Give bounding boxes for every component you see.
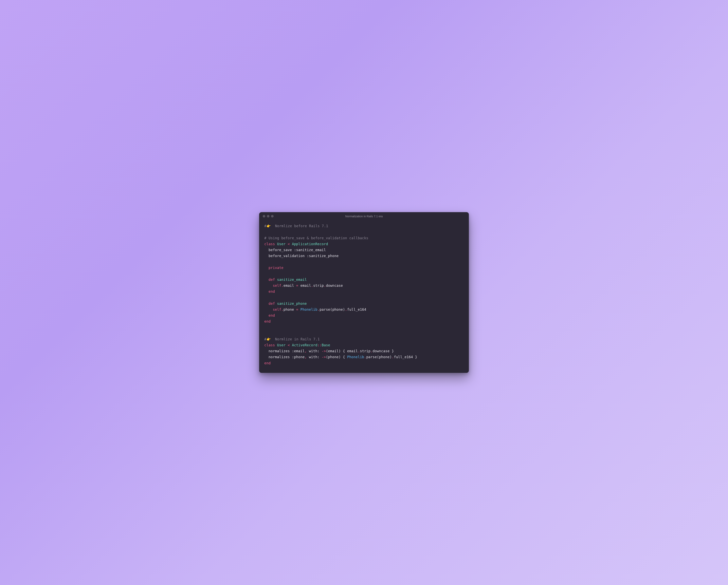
maximize-icon[interactable] <box>271 215 274 218</box>
code-token: . <box>364 355 366 359</box>
code-token <box>264 313 268 317</box>
code-token: class <box>264 242 275 246</box>
code-token: email <box>284 284 296 287</box>
code-token: -> <box>322 355 326 359</box>
code-token: . <box>324 284 326 287</box>
code-token: before_save :sanitize_email <box>264 248 326 252</box>
code-token: , <box>305 355 307 359</box>
code-token <box>285 343 288 347</box>
code-token: self <box>273 308 281 311</box>
code-token: , <box>305 349 307 353</box>
code-token: sanitize_email <box>277 278 307 282</box>
code-block: #👉 Normlize before Rails 7.1 # Using bef… <box>259 220 469 373</box>
code-token: end <box>264 361 270 365</box>
code-token <box>264 289 268 294</box>
code-token: private <box>268 266 283 270</box>
close-icon[interactable] <box>263 215 265 218</box>
code-token <box>264 308 273 311</box>
code-token: parse(phone) <box>319 308 345 311</box>
code-token: with: <box>307 349 322 353</box>
code-token: def <box>268 302 275 306</box>
code-line: self.phone = Phonelib.parse(phone).full_… <box>264 308 366 311</box>
code-token: . <box>281 308 284 311</box>
code-token: . <box>281 284 284 287</box>
code-token: strip <box>313 284 324 287</box>
code-token: = <box>296 308 298 311</box>
code-token <box>264 284 273 287</box>
traffic-lights <box>263 215 274 218</box>
code-token <box>290 242 292 246</box>
code-line: normalizes :phone, with: ->(phone) { Pho… <box>264 355 417 359</box>
code-token: Phonelib <box>301 308 317 311</box>
code-token <box>275 242 277 246</box>
code-token: ActiveRecord <box>292 343 317 347</box>
code-line: self.email = email.strip.downcase <box>264 284 343 287</box>
code-token: #👉 Normlize in Rails 7.1 <box>264 337 320 341</box>
code-token: #👉 Normlize before Rails 7.1 <box>264 224 328 228</box>
code-token <box>264 266 268 270</box>
code-token: end <box>268 289 275 294</box>
code-token: full_e164 <box>347 308 366 311</box>
code-token <box>298 308 301 311</box>
code-token: strip <box>360 349 370 353</box>
code-line: private <box>264 266 284 270</box>
code-token <box>264 278 268 282</box>
code-line: class User < ActiveRecord::Base <box>264 343 330 347</box>
code-token: downcase <box>326 284 343 287</box>
code-token <box>290 343 292 347</box>
code-line: def sanitize_phone <box>264 302 307 306</box>
code-token: normalizes :phone <box>264 355 305 359</box>
code-token: -> <box>322 349 326 353</box>
code-line: end <box>264 289 275 294</box>
code-token <box>275 302 277 306</box>
window-titlebar: Normalization in Rails 7.1 era <box>259 212 469 220</box>
code-line: before_save :sanitize_email <box>264 248 326 252</box>
code-token: ApplicationRecord <box>292 242 328 246</box>
code-token: :: <box>317 343 321 347</box>
code-token: with: <box>307 355 322 359</box>
code-token: end <box>264 320 270 323</box>
code-token: < <box>288 343 290 347</box>
code-token: . <box>358 349 360 353</box>
code-token: class <box>264 343 275 347</box>
code-token: < <box>288 242 290 246</box>
code-token: User <box>277 343 285 347</box>
code-token: . <box>392 355 394 359</box>
code-window: Normalization in Rails 7.1 era #👉 Normli… <box>259 212 469 373</box>
code-token: Phonelib <box>347 355 364 359</box>
code-token: email <box>298 284 311 287</box>
code-token: normalizes :email <box>264 349 305 353</box>
code-token: phone <box>284 308 296 311</box>
code-line: end <box>264 313 275 317</box>
code-token: self <box>273 284 281 287</box>
code-token: (phone) { <box>326 355 347 359</box>
code-token: end <box>268 313 275 317</box>
code-token: downcase } <box>373 349 394 353</box>
code-token: def <box>268 278 275 282</box>
code-token: . <box>370 349 373 353</box>
code-token: = <box>296 284 298 287</box>
code-line: end <box>264 361 270 365</box>
code-line: class User < ApplicationRecord <box>264 242 328 246</box>
code-token <box>275 343 277 347</box>
code-token <box>264 302 268 306</box>
code-line: normalizes :email, with: ->(email) { ema… <box>264 349 394 353</box>
code-token: User <box>277 242 285 246</box>
code-token: . <box>317 308 319 311</box>
code-line: # Using before_save & before_validation … <box>264 236 368 240</box>
code-token <box>275 278 277 282</box>
minimize-icon[interactable] <box>267 215 269 218</box>
code-line: #👉 Normlize in Rails 7.1 <box>264 337 320 341</box>
code-line: #👉 Normlize before Rails 7.1 <box>264 224 328 228</box>
code-line: def sanitize_email <box>264 278 307 282</box>
code-token: full_e164 } <box>394 355 417 359</box>
window-title: Normalization in Rails 7.1 era <box>259 215 469 218</box>
code-line: end <box>264 320 270 323</box>
code-token: sanitize_phone <box>277 302 307 306</box>
code-token: Base <box>322 343 330 347</box>
code-line: before_validation :sanitize_phone <box>264 254 339 258</box>
code-token: (email) { email <box>326 349 358 353</box>
code-token: parse(phone) <box>366 355 392 359</box>
code-token: before_validation :sanitize_phone <box>264 254 339 258</box>
code-token: . <box>345 308 347 311</box>
